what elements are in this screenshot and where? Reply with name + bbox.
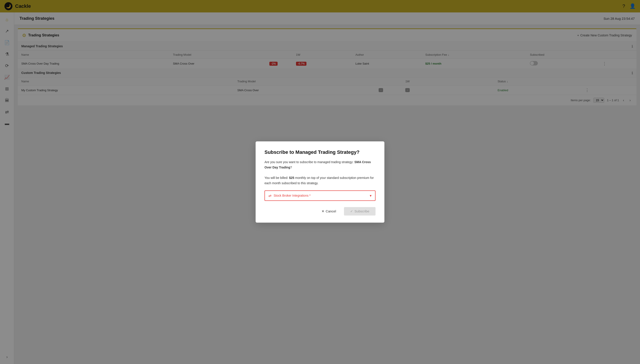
- broker-select-label: Stock Broker Integrations *: [274, 194, 311, 197]
- dialog-body-line1-suffix: ?: [290, 166, 292, 169]
- cancel-icon: ✕: [322, 209, 324, 213]
- subscribe-label: Subscribe: [354, 209, 369, 213]
- broker-select-container: ⇄ Stock Broker Integrations * ▾: [265, 190, 375, 201]
- dialog-body-line1: Are you sure you want to subscribe to ma…: [265, 160, 375, 170]
- dialog-body: Are you sure you want to subscribe to ma…: [265, 160, 375, 186]
- cancel-button[interactable]: ✕ Cancel: [316, 207, 342, 216]
- dialog-title: Subscribe to Managed Trading Strategy?: [265, 149, 375, 155]
- transfer-icon: ⇄: [269, 194, 271, 198]
- select-box-left: ⇄ Stock Broker Integrations *: [269, 194, 311, 198]
- dialog-amount: $25: [289, 176, 294, 180]
- dialog-actions: ✕ Cancel ✓ Subscribe: [265, 207, 375, 216]
- subscribe-button[interactable]: ✓ Subscribe: [344, 207, 375, 216]
- modal-overlay[interactable]: Subscribe to Managed Trading Strategy? A…: [0, 0, 640, 364]
- chevron-down-icon: ▾: [370, 194, 371, 198]
- dialog-body-line2-prefix: You will be billed:: [265, 176, 289, 180]
- dialog-body-line1-prefix: Are you sure you want to subscribe to ma…: [265, 160, 354, 164]
- subscribe-dialog: Subscribe to Managed Trading Strategy? A…: [256, 142, 384, 222]
- broker-select[interactable]: ⇄ Stock Broker Integrations * ▾: [265, 190, 375, 201]
- dialog-body-line2: You will be billed: $25 monthly on top o…: [265, 175, 375, 186]
- check-icon: ✓: [350, 209, 353, 213]
- cancel-label: Cancel: [326, 209, 336, 213]
